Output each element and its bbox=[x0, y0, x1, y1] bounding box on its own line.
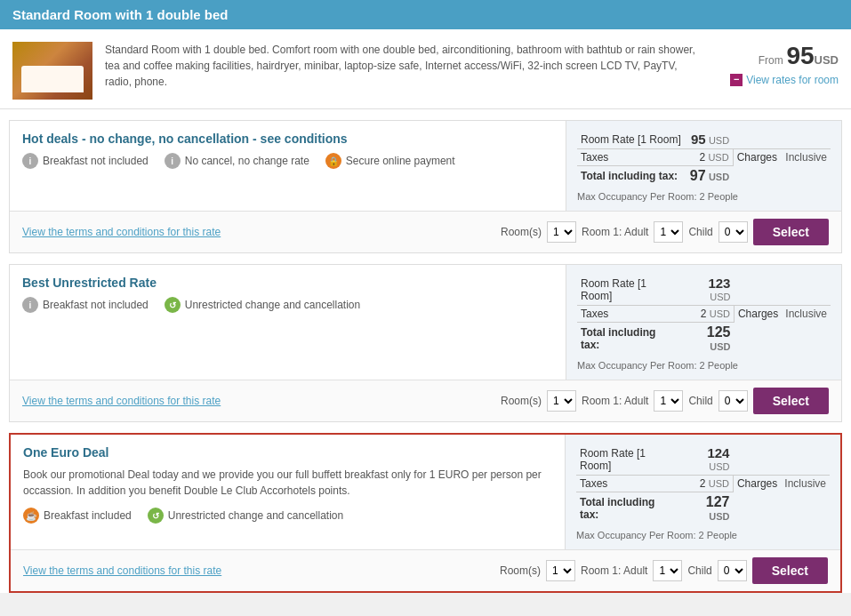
adult-select[interactable]: 1 2 bbox=[654, 390, 683, 412]
room-rate-amount: 124 USD bbox=[680, 444, 734, 476]
child-label: Child bbox=[688, 226, 712, 238]
total-label: Total including tax: bbox=[577, 166, 686, 187]
badge-text: Unrestricted change and cancellation bbox=[168, 509, 343, 522]
max-occupancy: Max Occupancy Per Room: 2 People bbox=[577, 360, 831, 371]
adult-select[interactable]: 1 2 bbox=[654, 221, 683, 243]
rate-section-hot-deals: Hot deals - no change, no cancellation -… bbox=[9, 120, 842, 253]
charges-value: Inclusive bbox=[781, 476, 830, 492]
badge-icon: i bbox=[165, 153, 181, 169]
rate-section-inner: One Euro Deal Book our promotional Deal … bbox=[11, 435, 840, 549]
total-label: Total including tax: bbox=[577, 323, 681, 356]
room-price-value: 95 bbox=[786, 42, 814, 69]
child-select[interactable]: 0 1 2 bbox=[719, 390, 748, 412]
room-rate-label: Room Rate [1 Room] bbox=[577, 130, 686, 149]
room-thumbnail bbox=[12, 42, 92, 100]
select-button[interactable]: Select bbox=[752, 557, 828, 584]
room-currency: USD bbox=[815, 53, 839, 67]
room-header: Standard Room with 1 double bed bbox=[0, 0, 851, 29]
badge-text: No cancel, no change rate bbox=[185, 155, 309, 167]
rate-bottom: View the terms and conditions for this r… bbox=[10, 211, 841, 252]
room-rate-amount: 123 USD bbox=[681, 274, 735, 306]
room-rate-label: Room Rate [1 Room] bbox=[577, 274, 681, 306]
adult-label: Room 1: Adult bbox=[582, 226, 648, 238]
rate-info-col: Best Unrestricted Rate i Breakfast not i… bbox=[10, 265, 566, 380]
from-text: From bbox=[759, 54, 783, 67]
room-rate-row: Room Rate [1 Room] 123 USD bbox=[577, 274, 831, 306]
charges-value: Inclusive bbox=[782, 149, 831, 166]
rate-title: Hot deals - no change, no cancellation -… bbox=[22, 132, 553, 146]
minus-icon: − bbox=[730, 74, 743, 86]
taxes-label: Taxes bbox=[577, 149, 686, 166]
rooms-label: Room(s) bbox=[501, 395, 542, 407]
rate-badges: i Breakfast not included i No cancel, no… bbox=[22, 153, 553, 169]
select-button[interactable]: Select bbox=[753, 388, 829, 414]
badge-item: ↺ Unrestricted change and cancellation bbox=[165, 297, 360, 313]
badge-icon: ↺ bbox=[148, 508, 164, 524]
taxes-row: Taxes 2 USD Charges Inclusive bbox=[576, 476, 830, 492]
child-label: Child bbox=[687, 564, 711, 577]
adult-label: Room 1: Adult bbox=[581, 564, 647, 577]
rate-bottom: View the terms and conditions for this r… bbox=[11, 549, 840, 591]
room-select-area: Room(s) 1 2 3 Room 1: Adult 1 2 Child 0 … bbox=[501, 388, 829, 414]
charges-value: Inclusive bbox=[782, 306, 831, 323]
total-row: Total including tax: 125 USD bbox=[577, 323, 831, 356]
badge-item: i No cancel, no change rate bbox=[165, 153, 309, 169]
room-rate-label: Room Rate [1 Room] bbox=[576, 444, 680, 476]
rooms-select[interactable]: 1 2 3 bbox=[546, 560, 575, 581]
badge-text: Breakfast included bbox=[44, 509, 132, 522]
rooms-label: Room(s) bbox=[500, 564, 541, 577]
total-label: Total including tax: bbox=[576, 492, 680, 525]
adult-label: Room 1: Adult bbox=[582, 395, 648, 407]
terms-link[interactable]: View the terms and conditions for this r… bbox=[23, 564, 500, 577]
badge-item: ☕ Breakfast included bbox=[23, 508, 132, 524]
terms-link[interactable]: View the terms and conditions for this r… bbox=[22, 226, 501, 238]
taxes-amount: 2 USD bbox=[686, 149, 733, 166]
child-select[interactable]: 0 1 2 bbox=[719, 221, 748, 243]
max-occupancy: Max Occupancy Per Room: 2 People bbox=[576, 530, 830, 540]
child-select[interactable]: 0 1 2 bbox=[718, 560, 747, 581]
room-title: Standard Room with 1 double bed bbox=[12, 7, 229, 22]
rate-section-inner: Best Unrestricted Rate i Breakfast not i… bbox=[10, 265, 841, 380]
rate-section-best-unrestricted: Best Unrestricted Rate i Breakfast not i… bbox=[9, 264, 842, 422]
room-select-area: Room(s) 1 2 3 Room 1: Adult 1 2 Child 0 … bbox=[500, 557, 828, 584]
rate-badges: i Breakfast not included ↺ Unrestricted … bbox=[22, 297, 553, 313]
view-rates-link[interactable]: − View rates for room bbox=[723, 74, 839, 86]
main-container: Standard Room with 1 double bed Standard… bbox=[0, 0, 851, 593]
pricing-table: Room Rate [1 Room] 123 USD Taxes 2 USD C… bbox=[577, 274, 831, 355]
adult-select[interactable]: 1 2 bbox=[653, 560, 682, 581]
charges-label: Charges bbox=[733, 149, 782, 166]
rate-bottom: View the terms and conditions for this r… bbox=[10, 380, 841, 421]
rate-title: One Euro Deal bbox=[23, 445, 552, 460]
total-row: Total including tax: 127 USD bbox=[576, 492, 830, 525]
terms-link[interactable]: View the terms and conditions for this r… bbox=[22, 395, 501, 407]
room-description: Standard Room with 1 double bed. Comfort… bbox=[105, 42, 705, 90]
rate-pricing-col: Room Rate [1 Room] 124 USD Taxes 2 USD C… bbox=[565, 435, 840, 549]
badge-item: ↺ Unrestricted change and cancellation bbox=[148, 508, 343, 524]
taxes-label: Taxes bbox=[576, 476, 680, 492]
room-price-area: From 95USD − View rates for room bbox=[723, 42, 839, 86]
badge-icon: 🔒 bbox=[325, 153, 341, 169]
room-info-section: Standard Room with 1 double bed. Comfort… bbox=[0, 29, 851, 109]
badge-icon: ↺ bbox=[165, 297, 181, 313]
total-amount: 127 USD bbox=[680, 492, 734, 525]
rooms-select[interactable]: 1 2 3 bbox=[547, 390, 576, 412]
child-label: Child bbox=[688, 395, 712, 407]
rate-pricing-col: Room Rate [1 Room] 95 USD Taxes 2 USD Ch… bbox=[566, 121, 841, 211]
badge-item: i Breakfast not included bbox=[22, 297, 149, 313]
max-occupancy: Max Occupancy Per Room: 2 People bbox=[577, 191, 831, 202]
rate-badges: ☕ Breakfast included ↺ Unrestricted chan… bbox=[23, 508, 552, 524]
rates-container: Hot deals - no change, no cancellation -… bbox=[0, 120, 851, 593]
from-label: From 95USD bbox=[723, 42, 839, 70]
total-amount: 125 USD bbox=[681, 323, 735, 356]
rate-section-one-euro-deal: One Euro Deal Book our promotional Deal … bbox=[9, 433, 842, 593]
badge-text: Breakfast not included bbox=[43, 155, 149, 167]
rooms-label: Room(s) bbox=[501, 226, 542, 238]
room-rate-row: Room Rate [1 Room] 95 USD bbox=[577, 130, 831, 149]
badge-item: 🔒 Secure online payment bbox=[325, 153, 455, 169]
rooms-select[interactable]: 1 2 3 bbox=[547, 221, 576, 243]
room-rate-row: Room Rate [1 Room] 124 USD bbox=[576, 444, 830, 476]
badge-text: Unrestricted change and cancellation bbox=[185, 299, 360, 311]
charges-label: Charges bbox=[733, 476, 781, 492]
select-button[interactable]: Select bbox=[753, 219, 829, 245]
taxes-label: Taxes bbox=[577, 306, 681, 323]
